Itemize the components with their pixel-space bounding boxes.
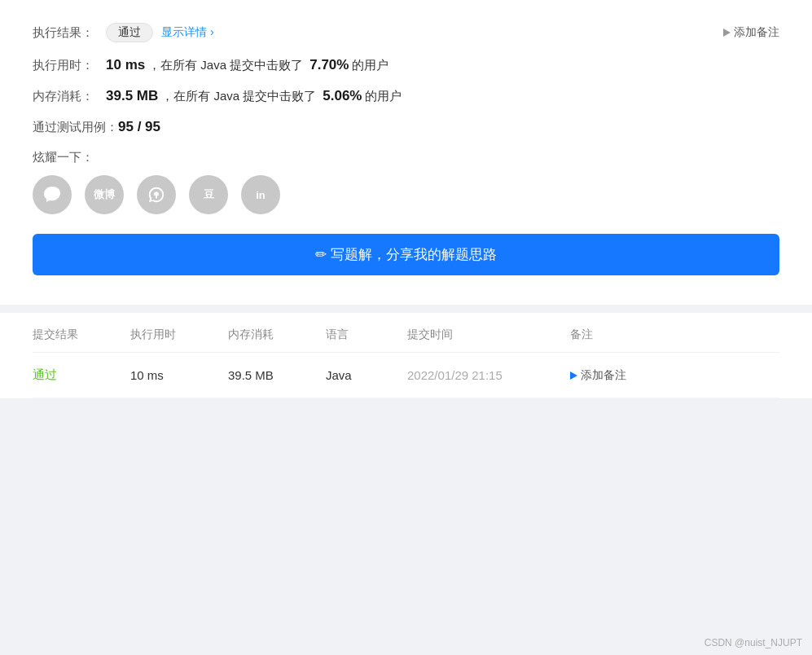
header-result: 提交结果 <box>33 328 130 342</box>
row-result: 通过 <box>33 367 130 383</box>
watermark: CSDN @nuist_NJUPT <box>704 637 802 648</box>
qq-share-btn[interactable] <box>137 175 176 214</box>
header-submit-time: 提交时间 <box>407 328 570 342</box>
social-icons-row: 微博 豆 in <box>33 175 779 214</box>
page-wrapper: 执行结果： 通过 显示详情 › 添加备注 执行用时： 10 ms ，在所有 Ja… <box>0 0 812 398</box>
testcase-value: 95 / 95 <box>118 119 160 135</box>
write-solution-button[interactable]: ✏ 写题解，分享我的解题思路 <box>33 234 779 275</box>
triangle-icon-row <box>570 371 577 380</box>
linkedin-share-btn[interactable]: in <box>241 175 280 214</box>
time-value: 10 ms <box>106 57 145 73</box>
row-time: 10 ms <box>130 368 228 382</box>
result-card: 执行结果： 通过 显示详情 › 添加备注 执行用时： 10 ms ，在所有 Ja… <box>0 0 812 305</box>
time-desc2: 的用户 <box>352 58 388 73</box>
table-header: 提交结果 执行用时 内存消耗 语言 提交时间 备注 <box>33 313 779 353</box>
execution-result-label: 执行结果： <box>33 25 106 41</box>
header-time: 执行用时 <box>130 328 228 342</box>
row-note-btn[interactable]: 添加备注 <box>570 368 779 383</box>
submissions-card: 提交结果 执行用时 内存消耗 语言 提交时间 备注 通过 10 ms 39.5 … <box>0 313 812 398</box>
time-desc1: ，在所有 Java 提交中击败了 <box>148 58 303 73</box>
time-label: 执行用时： <box>33 58 106 73</box>
time-percent: 7.70% <box>309 57 349 73</box>
header-note: 备注 <box>570 328 779 342</box>
status-badge: 通过 <box>106 23 153 42</box>
triangle-icon-add <box>723 29 731 37</box>
table-row: 通过 10 ms 39.5 MB Java 2022/01/29 21:15 添… <box>33 353 779 398</box>
row-memory: 39.5 MB <box>228 368 326 382</box>
exec-time-row: 执行用时： 10 ms ，在所有 Java 提交中击败了 7.70% 的用户 <box>33 57 779 73</box>
weibo-share-btn[interactable]: 微博 <box>85 175 124 214</box>
row-language: Java <box>326 368 407 382</box>
memory-value: 39.5 MB <box>106 88 158 104</box>
show-detail-link[interactable]: 显示详情 › <box>161 25 214 40</box>
row-submit-time: 2022/01/29 21:15 <box>407 368 570 382</box>
header-memory: 内存消耗 <box>228 328 326 342</box>
douban-share-btn[interactable]: 豆 <box>189 175 228 214</box>
memory-row: 内存消耗： 39.5 MB ，在所有 Java 提交中击败了 5.06% 的用户 <box>33 88 779 104</box>
memory-desc1: ，在所有 Java 提交中击败了 <box>161 89 316 104</box>
share-section: 炫耀一下： 微博 <box>33 150 779 214</box>
header-lang: 语言 <box>326 328 407 342</box>
testcase-label: 通过测试用例： <box>33 120 118 135</box>
memory-desc2: 的用户 <box>365 89 402 104</box>
share-label: 炫耀一下： <box>33 150 779 165</box>
memory-label: 内存消耗： <box>33 89 106 104</box>
memory-percent: 5.06% <box>323 88 362 104</box>
execution-result-row: 执行结果： 通过 显示详情 › 添加备注 <box>33 23 779 42</box>
testcase-row: 通过测试用例： 95 / 95 <box>33 119 779 135</box>
wechat-share-btn[interactable] <box>33 175 72 214</box>
add-note-link-top[interactable]: 添加备注 <box>723 25 779 40</box>
